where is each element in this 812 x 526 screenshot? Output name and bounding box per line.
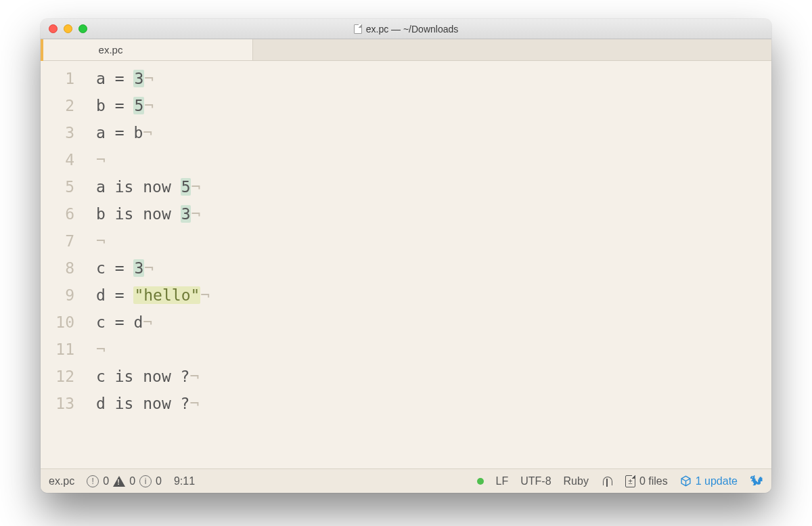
code-text: c is now ?: [96, 368, 189, 385]
line-number: 9: [41, 282, 74, 309]
code-line[interactable]: d = "hello"¬: [96, 282, 771, 309]
string-literal: "hello": [133, 286, 200, 304]
code-text: c = d: [96, 313, 143, 331]
error-icon: !: [87, 475, 99, 487]
line-number: 5: [41, 173, 74, 200]
line-number: 11: [41, 336, 74, 363]
code-line[interactable]: ¬: [96, 227, 771, 255]
eol-marker: ¬: [144, 97, 154, 114]
warning-icon: [113, 476, 125, 487]
encoding-selector[interactable]: UTF-8: [520, 475, 551, 487]
code-line[interactable]: c = d¬: [96, 309, 771, 336]
titlebar: ex.pc — ~/Downloads: [41, 19, 771, 39]
code-line[interactable]: a is now 5¬: [96, 173, 771, 200]
line-number: 3: [41, 119, 74, 146]
eol-marker: ¬: [143, 124, 152, 141]
status-filename[interactable]: ex.pc: [49, 475, 74, 487]
eol-marker: ¬: [144, 259, 154, 277]
cursor-position[interactable]: 9:11: [174, 475, 195, 487]
text-editor[interactable]: 12345678910111213 a = 3¬b = 5¬a = b¬¬a i…: [41, 61, 771, 468]
eol-marker: ¬: [200, 286, 210, 304]
code-line[interactable]: c is now ?¬: [96, 363, 771, 390]
clean-indicator-icon: [477, 478, 484, 485]
code-line[interactable]: a = 3¬: [96, 65, 771, 92]
file-icon: [354, 24, 362, 34]
eol-marker: ¬: [189, 395, 199, 412]
code-text: b is now: [96, 205, 181, 223]
code-text: c =: [96, 259, 133, 277]
updates-button[interactable]: 1 update: [680, 475, 738, 487]
line-number: 7: [41, 227, 74, 255]
code-line[interactable]: c = 3¬: [96, 255, 771, 282]
line-number: 12: [41, 363, 74, 390]
code-text: d =: [96, 286, 133, 304]
number-literal: 3: [133, 70, 144, 87]
git-status[interactable]: ± 0 files: [625, 475, 668, 487]
info-count: 0: [156, 475, 162, 487]
number-literal: 5: [181, 178, 191, 196]
grammar-selector[interactable]: Ruby: [564, 475, 589, 487]
code-line[interactable]: b is now 3¬: [96, 200, 771, 227]
tab-label: ex.pc: [99, 44, 123, 56]
eol-marker: ¬: [144, 70, 154, 87]
minimize-window-button[interactable]: [64, 24, 72, 33]
eol-marker: ¬: [96, 341, 106, 358]
code-line[interactable]: a = b¬: [96, 119, 771, 146]
eol-marker: ¬: [191, 178, 200, 196]
line-number: 13: [41, 390, 74, 417]
eol-marker: ¬: [96, 151, 106, 169]
code-text: a is now: [96, 178, 181, 196]
line-number: 1: [41, 65, 74, 92]
eol-marker: ¬: [191, 205, 200, 223]
package-icon: [680, 475, 692, 487]
tab-bar: ex.pc: [41, 39, 771, 61]
code-area[interactable]: a = 3¬b = 5¬a = b¬¬a is now 5¬b is now 3…: [84, 65, 771, 468]
git-files-label: 0 files: [639, 475, 668, 487]
antenna-icon[interactable]: [601, 475, 613, 487]
error-count: 0: [103, 475, 109, 487]
diagnostics-group[interactable]: ! 0 0 i 0: [87, 475, 162, 487]
line-number: 4: [41, 146, 74, 173]
zoom-window-button[interactable]: [78, 24, 87, 33]
eol-marker: ¬: [96, 232, 106, 250]
close-window-button[interactable]: [49, 24, 58, 33]
line-number: 2: [41, 92, 74, 119]
window-title: ex.pc — ~/Downloads: [366, 24, 459, 35]
line-ending-selector[interactable]: LF: [496, 475, 509, 487]
number-literal: 3: [181, 205, 191, 223]
info-icon: i: [139, 475, 152, 487]
status-bar: ex.pc ! 0 0 i 0 9:11 LF UTF-8 Ruby ± 0 f…: [41, 468, 771, 493]
code-text: a =: [96, 70, 133, 87]
number-literal: 5: [133, 97, 144, 114]
traffic-lights: [49, 24, 87, 33]
code-line[interactable]: d is now ?¬: [96, 390, 771, 417]
number-literal: 3: [133, 259, 144, 277]
line-number: 8: [41, 255, 74, 282]
squirrel-icon[interactable]: 🐿: [750, 473, 763, 489]
line-number-gutter: 12345678910111213: [41, 65, 84, 468]
editor-window: ex.pc — ~/Downloads ex.pc 12345678910111…: [41, 19, 771, 493]
code-line[interactable]: ¬: [96, 146, 771, 173]
diff-icon: ±: [625, 475, 635, 487]
warning-count: 0: [129, 475, 135, 487]
updates-label: 1 update: [696, 475, 738, 487]
code-line[interactable]: ¬: [96, 336, 771, 363]
code-text: d is now ?: [96, 395, 189, 412]
tab-ex-pc[interactable]: ex.pc: [43, 39, 253, 60]
eol-marker: ¬: [189, 368, 199, 385]
code-text: a = b: [96, 124, 143, 141]
line-number: 6: [41, 200, 74, 227]
line-number: 10: [41, 309, 74, 336]
eol-marker: ¬: [143, 313, 152, 331]
code-line[interactable]: b = 5¬: [96, 92, 771, 119]
code-text: b =: [96, 97, 133, 114]
